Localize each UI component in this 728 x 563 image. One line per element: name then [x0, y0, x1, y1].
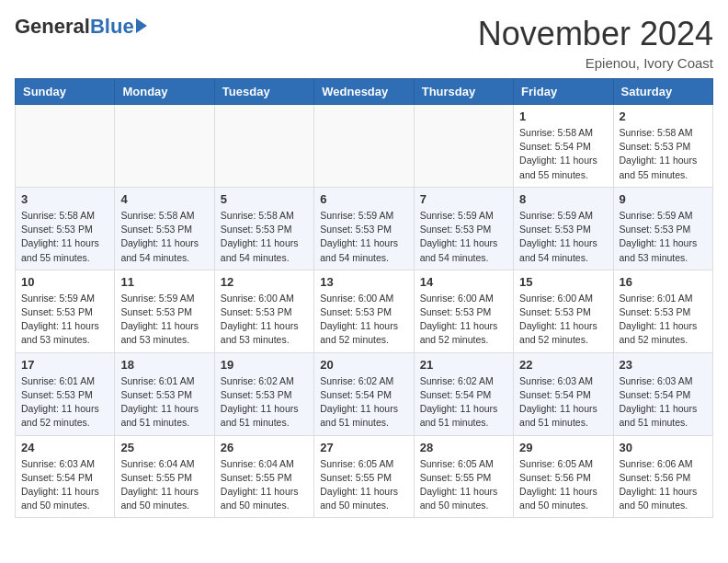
day-cell — [414, 105, 513, 188]
day-number: 24 — [21, 441, 108, 454]
week-row-3: 10Sunrise: 5:59 AM Sunset: 5:53 PM Dayli… — [16, 270, 713, 352]
logo: General Blue — [15, 15, 147, 39]
day-number: 11 — [120, 275, 208, 289]
day-number: 7 — [420, 192, 507, 206]
day-number: 1 — [519, 109, 607, 123]
day-cell — [314, 105, 414, 188]
day-info: Sunrise: 5:58 AM Sunset: 5:53 PM Dayligh… — [120, 209, 208, 265]
day-cell: 15Sunrise: 6:00 AM Sunset: 5:53 PM Dayli… — [514, 270, 613, 352]
day-cell: 20Sunrise: 6:02 AM Sunset: 5:54 PM Dayli… — [314, 352, 414, 435]
day-number: 6 — [320, 192, 407, 206]
day-info: Sunrise: 5:59 AM Sunset: 5:53 PM Dayligh… — [120, 292, 208, 348]
day-number: 18 — [120, 358, 208, 372]
day-cell — [16, 105, 115, 188]
day-cell: 29Sunrise: 6:05 AM Sunset: 5:56 PM Dayli… — [514, 435, 613, 518]
day-info: Sunrise: 6:04 AM Sunset: 5:55 PM Dayligh… — [120, 457, 208, 513]
day-cell: 10Sunrise: 5:59 AM Sunset: 5:53 PM Dayli… — [16, 270, 115, 352]
header-cell-wednesday: Wednesday — [314, 79, 414, 105]
day-number: 3 — [21, 192, 108, 206]
day-info: Sunrise: 6:03 AM Sunset: 5:54 PM Dayligh… — [620, 374, 707, 431]
day-cell: 27Sunrise: 6:05 AM Sunset: 5:55 PM Dayli… — [314, 435, 414, 518]
day-info: Sunrise: 6:03 AM Sunset: 5:54 PM Dayligh… — [21, 457, 108, 513]
calendar-table: SundayMondayTuesdayWednesdayThursdayFrid… — [15, 78, 713, 518]
day-number: 8 — [519, 192, 607, 206]
day-info: Sunrise: 5:59 AM Sunset: 5:53 PM Dayligh… — [620, 209, 707, 265]
day-cell: 3Sunrise: 5:58 AM Sunset: 5:53 PM Daylig… — [16, 187, 115, 270]
day-number: 14 — [420, 275, 507, 289]
header-cell-tuesday: Tuesday — [214, 79, 313, 105]
day-number: 13 — [320, 275, 407, 289]
day-info: Sunrise: 6:01 AM Sunset: 5:53 PM Dayligh… — [21, 374, 108, 431]
day-cell: 16Sunrise: 6:01 AM Sunset: 5:53 PM Dayli… — [613, 270, 712, 352]
day-cell: 12Sunrise: 6:00 AM Sunset: 5:53 PM Dayli… — [214, 270, 313, 352]
day-number: 9 — [620, 192, 707, 206]
day-info: Sunrise: 6:02 AM Sunset: 5:54 PM Dayligh… — [320, 374, 407, 431]
day-info: Sunrise: 6:02 AM Sunset: 5:53 PM Dayligh… — [221, 374, 308, 431]
logo-arrow-icon — [136, 18, 147, 33]
day-cell: 6Sunrise: 5:59 AM Sunset: 5:53 PM Daylig… — [314, 187, 414, 270]
day-cell: 1Sunrise: 5:58 AM Sunset: 5:54 PM Daylig… — [514, 105, 613, 188]
day-number: 20 — [320, 358, 407, 372]
day-number: 16 — [620, 275, 707, 289]
day-cell: 14Sunrise: 6:00 AM Sunset: 5:53 PM Dayli… — [414, 270, 513, 352]
day-info: Sunrise: 6:02 AM Sunset: 5:54 PM Dayligh… — [420, 374, 507, 431]
day-info: Sunrise: 5:58 AM Sunset: 5:53 PM Dayligh… — [620, 126, 707, 182]
day-info: Sunrise: 6:00 AM Sunset: 5:53 PM Dayligh… — [320, 292, 407, 348]
month-title: November 2024 — [478, 15, 713, 53]
day-info: Sunrise: 5:59 AM Sunset: 5:53 PM Dayligh… — [320, 209, 407, 265]
day-info: Sunrise: 6:01 AM Sunset: 5:53 PM Dayligh… — [620, 292, 707, 348]
day-number: 17 — [21, 358, 108, 372]
day-number: 23 — [620, 358, 707, 372]
day-number: 26 — [221, 441, 308, 454]
day-info: Sunrise: 6:01 AM Sunset: 5:53 PM Dayligh… — [120, 374, 208, 431]
title-area: November 2024 Epienou, Ivory Coast — [478, 15, 713, 71]
day-number: 21 — [420, 358, 507, 372]
day-cell: 17Sunrise: 6:01 AM Sunset: 5:53 PM Dayli… — [16, 352, 115, 435]
day-number: 5 — [221, 192, 308, 206]
day-cell: 24Sunrise: 6:03 AM Sunset: 5:54 PM Dayli… — [16, 435, 115, 518]
day-info: Sunrise: 5:59 AM Sunset: 5:53 PM Dayligh… — [21, 292, 108, 348]
header-cell-saturday: Saturday — [613, 79, 712, 105]
day-info: Sunrise: 6:06 AM Sunset: 5:56 PM Dayligh… — [620, 457, 707, 513]
header-cell-friday: Friday — [514, 79, 613, 105]
logo-general-text: General — [15, 15, 90, 39]
day-number: 10 — [21, 275, 108, 289]
header-row: SundayMondayTuesdayWednesdayThursdayFrid… — [16, 79, 713, 105]
day-cell: 28Sunrise: 6:05 AM Sunset: 5:55 PM Dayli… — [414, 435, 513, 518]
week-row-4: 17Sunrise: 6:01 AM Sunset: 5:53 PM Dayli… — [16, 352, 713, 435]
day-info: Sunrise: 6:00 AM Sunset: 5:53 PM Dayligh… — [221, 292, 308, 348]
day-number: 30 — [620, 441, 707, 454]
header-cell-monday: Monday — [115, 79, 214, 105]
day-number: 22 — [519, 358, 607, 372]
day-number: 25 — [120, 441, 208, 454]
day-number: 4 — [120, 192, 208, 206]
day-number: 27 — [320, 441, 407, 454]
day-cell: 9Sunrise: 5:59 AM Sunset: 5:53 PM Daylig… — [613, 187, 712, 270]
day-info: Sunrise: 6:05 AM Sunset: 5:55 PM Dayligh… — [320, 457, 407, 513]
logo-blue-text: Blue — [90, 15, 134, 39]
day-info: Sunrise: 5:59 AM Sunset: 5:53 PM Dayligh… — [420, 209, 507, 265]
location-text: Epienou, Ivory Coast — [478, 55, 713, 71]
day-info: Sunrise: 6:05 AM Sunset: 5:55 PM Dayligh… — [420, 457, 507, 513]
calendar-body: 1Sunrise: 5:58 AM Sunset: 5:54 PM Daylig… — [16, 105, 713, 518]
day-cell: 7Sunrise: 5:59 AM Sunset: 5:53 PM Daylig… — [414, 187, 513, 270]
day-cell: 8Sunrise: 5:59 AM Sunset: 5:53 PM Daylig… — [514, 187, 613, 270]
day-cell: 4Sunrise: 5:58 AM Sunset: 5:53 PM Daylig… — [115, 187, 214, 270]
day-info: Sunrise: 5:59 AM Sunset: 5:53 PM Dayligh… — [519, 209, 607, 265]
calendar-header: SundayMondayTuesdayWednesdayThursdayFrid… — [16, 79, 713, 105]
day-cell: 11Sunrise: 5:59 AM Sunset: 5:53 PM Dayli… — [115, 270, 214, 352]
day-number: 19 — [221, 358, 308, 372]
day-cell: 19Sunrise: 6:02 AM Sunset: 5:53 PM Dayli… — [214, 352, 313, 435]
day-number: 12 — [221, 275, 308, 289]
day-number: 28 — [420, 441, 507, 454]
day-cell: 26Sunrise: 6:04 AM Sunset: 5:55 PM Dayli… — [214, 435, 313, 518]
header: General Blue November 2024 Epienou, Ivor… — [15, 15, 713, 71]
day-info: Sunrise: 6:03 AM Sunset: 5:54 PM Dayligh… — [519, 374, 607, 431]
day-info: Sunrise: 5:58 AM Sunset: 5:53 PM Dayligh… — [221, 209, 308, 265]
day-info: Sunrise: 5:58 AM Sunset: 5:53 PM Dayligh… — [21, 209, 108, 265]
day-info: Sunrise: 6:04 AM Sunset: 5:55 PM Dayligh… — [221, 457, 308, 513]
day-number: 2 — [620, 109, 707, 123]
day-cell: 30Sunrise: 6:06 AM Sunset: 5:56 PM Dayli… — [613, 435, 712, 518]
page-container: General Blue November 2024 Epienou, Ivor… — [0, 0, 728, 527]
day-info: Sunrise: 6:05 AM Sunset: 5:56 PM Dayligh… — [519, 457, 607, 513]
